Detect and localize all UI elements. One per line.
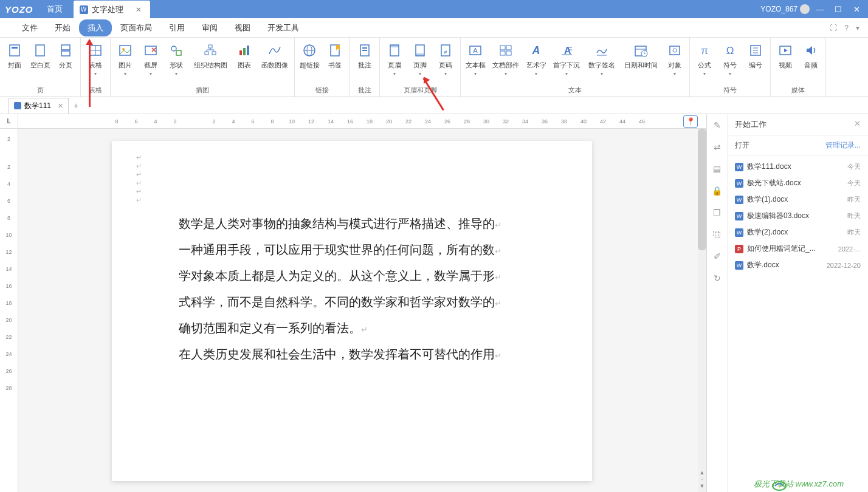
recent-file-item[interactable]: W数学(1).docx昨天	[728, 191, 868, 208]
paragraph[interactable]: 一种通用手段，可以应用于现实世界的任何问题，所有的数↵	[179, 237, 525, 264]
ribbon-bookmark-button[interactable]: 书签	[323, 41, 347, 84]
vertical-ruler[interactable]: 2246810121416182022242628	[0, 129, 18, 492]
ribbon-image-button[interactable]: 图片▾	[113, 41, 137, 84]
paragraph[interactable]: 在人类历史发展和社会生活中，数学发挥着不可替代的作用↵	[179, 342, 525, 368]
ribbon-number-button[interactable]: 编号	[743, 41, 768, 84]
recent-file-item[interactable]: W极光下载站.docx今天	[728, 175, 868, 191]
close-doc-icon[interactable]: ✕	[58, 102, 63, 110]
close-window-button[interactable]: ✕	[849, 3, 864, 15]
ribbon-audio-button[interactable]: 音频	[799, 41, 823, 84]
ribbon-pagenum-button[interactable]: #页码▾	[433, 41, 458, 84]
recent-file-item[interactable]: W极速编辑器03.docx昨天	[728, 208, 868, 224]
menu-item-视图[interactable]: 视图	[226, 19, 259, 36]
refresh-icon[interactable]: ↻	[714, 273, 721, 283]
ribbon-org-button[interactable]: 组织结构图	[190, 41, 231, 84]
location-pin-icon[interactable]: 📍	[683, 115, 698, 128]
paragraph[interactable]: 数学是人类对事物的抽象结构与模式进行严格描述、推导的↵	[179, 211, 525, 237]
function-icon	[267, 43, 283, 58]
svg-rect-53	[670, 46, 680, 55]
menu-item-页面布局[interactable]: 页面布局	[112, 19, 160, 36]
help-icon[interactable]: ?	[844, 24, 849, 32]
ribbon-table-button[interactable]: 表格▾	[83, 41, 108, 84]
menu-item-插入[interactable]: 插入	[79, 19, 112, 36]
open-label[interactable]: 打开	[735, 140, 749, 151]
menu-item-开发工具[interactable]: 开发工具	[259, 19, 308, 36]
ribbon-cover-button[interactable]: 封面	[2, 41, 27, 84]
user-label[interactable]: YOZO_867	[760, 5, 797, 13]
ribbon-break-button[interactable]: 分页	[53, 41, 78, 84]
ribbon-datetime-button[interactable]: 日期和时间	[620, 41, 661, 84]
org-icon	[202, 43, 218, 58]
home-tab[interactable]: 首页	[38, 1, 71, 18]
ribbon-symbol-button[interactable]: Ω符号▾	[718, 41, 742, 84]
document-body[interactable]: 数学是人类对事物的抽象结构与模式进行严格描述、推导的↵一种通用手段，可以应用于现…	[179, 211, 525, 368]
collapse-ribbon-icon[interactable]: ▾	[856, 24, 859, 32]
manage-records-link[interactable]: 管理记录...	[825, 140, 861, 151]
doc-file-icon: W	[735, 196, 743, 204]
book-icon[interactable]: ❐	[713, 208, 721, 217]
ribbon-item-label: 函数图像	[261, 61, 288, 70]
transfer-icon[interactable]: ⇄	[714, 142, 721, 152]
menu-item-审阅[interactable]: 审阅	[193, 19, 226, 36]
menu-item-开始[interactable]: 开始	[46, 19, 79, 36]
horizontal-ruler[interactable]: 8642246810121416182022242628303234363840…	[18, 114, 706, 129]
svg-text:Ω: Ω	[726, 45, 734, 56]
ribbon-formula-button[interactable]: π公式▾	[692, 41, 717, 84]
ribbon-function-button[interactable]: 函数图像	[258, 41, 292, 84]
ribbon-item-label: 视频	[779, 61, 792, 70]
scrollbar-thumb[interactable]	[698, 129, 706, 250]
dropdown-icon: ▾	[535, 71, 537, 77]
screenshot-icon	[143, 43, 159, 58]
paragraph[interactable]: 式科学，而不是自然科学。不同的数学家和哲学家对数学的↵	[179, 290, 525, 316]
copy-icon[interactable]: ⿻	[713, 230, 722, 239]
close-panel-icon[interactable]: ✕	[854, 119, 861, 130]
edit-icon[interactable]: ✐	[714, 251, 721, 261]
scroll-nav-icons[interactable]: ▲◦▼	[698, 470, 706, 490]
ribbon-group-label: 插图	[113, 84, 292, 95]
new-doc-button[interactable]: +	[74, 101, 78, 111]
document-page[interactable]: ↵↵↵↵↵↵ 数学是人类对事物的抽象结构与模式进行严格描述、推导的↵一种通用手段…	[112, 141, 592, 481]
user-avatar-icon[interactable]	[800, 4, 810, 14]
annotation-arrow	[89, 40, 91, 107]
minimize-button[interactable]: —	[812, 3, 828, 15]
wordart-icon: A	[528, 43, 544, 58]
document-tab[interactable]: W 文字处理 ✕	[74, 1, 150, 18]
ribbon-textbox-button[interactable]: A文本框▾	[463, 41, 487, 84]
ribbon-parts-button[interactable]: 文档部件▾	[489, 41, 523, 84]
ribbon-link-button[interactable]: 超链接	[297, 41, 322, 84]
ribbon-wordart-button[interactable]: A艺术字▾	[524, 41, 548, 84]
ribbon-item-label: 页脚	[413, 61, 427, 70]
settings-icon[interactable]: ⛶	[830, 24, 837, 32]
paragraph[interactable]: 确切范围和定义有一系列的看法。↵	[179, 316, 525, 342]
recent-file-item[interactable]: W数学.docx2022-12-20	[728, 257, 868, 273]
menu-item-引用[interactable]: 引用	[160, 19, 193, 36]
svg-rect-15	[212, 52, 216, 55]
lock-icon[interactable]: 🔒	[712, 186, 722, 196]
ribbon-screenshot-button[interactable]: 截屏▾	[139, 41, 163, 84]
menu-item-文件[interactable]: 文件	[13, 19, 46, 36]
ribbon-video-button[interactable]: 视频	[773, 41, 797, 84]
vertical-scrollbar[interactable]: ▲◦▼	[698, 129, 706, 492]
ribbon-object-button[interactable]: 对象▾	[663, 41, 687, 84]
ribbon-shapes-button[interactable]: 形状▾	[164, 41, 188, 84]
open-document-tab[interactable]: 数学111 ✕	[9, 98, 69, 114]
svg-rect-4	[61, 51, 70, 56]
ribbon-comment-button[interactable]: 批注	[353, 41, 377, 84]
paragraph[interactable]: 学对象本质上都是人为定义的。从这个意义上，数学属于形↵	[179, 264, 525, 290]
ribbon-chart-button[interactable]: 图表	[232, 41, 257, 84]
library-icon[interactable]: ▤	[713, 164, 721, 174]
side-panel-header: 开始工作 ✕	[728, 114, 868, 135]
brush-icon[interactable]: ✎	[714, 120, 721, 130]
open-section: 打开 管理记录...	[728, 135, 868, 156]
ribbon-header-button[interactable]: 页眉▾	[382, 41, 407, 84]
recent-file-item[interactable]: P如何使用糯词笔记_...2022-...	[728, 241, 868, 257]
svg-rect-39	[506, 46, 511, 50]
ribbon-signature-button[interactable]: 数字签名▾	[585, 41, 619, 84]
ribbon-blank-button[interactable]: 空白页	[28, 41, 52, 84]
maximize-button[interactable]: ☐	[830, 3, 846, 15]
recent-file-item[interactable]: W数学111.docx今天	[728, 159, 868, 175]
recent-file-item[interactable]: W数学(2).docx昨天	[728, 224, 868, 241]
ribbon-dropcap-button[interactable]: A首字下沉▾	[549, 41, 584, 84]
ruler-corner[interactable]: L	[0, 114, 18, 129]
close-tab-icon[interactable]: ✕	[136, 5, 142, 14]
